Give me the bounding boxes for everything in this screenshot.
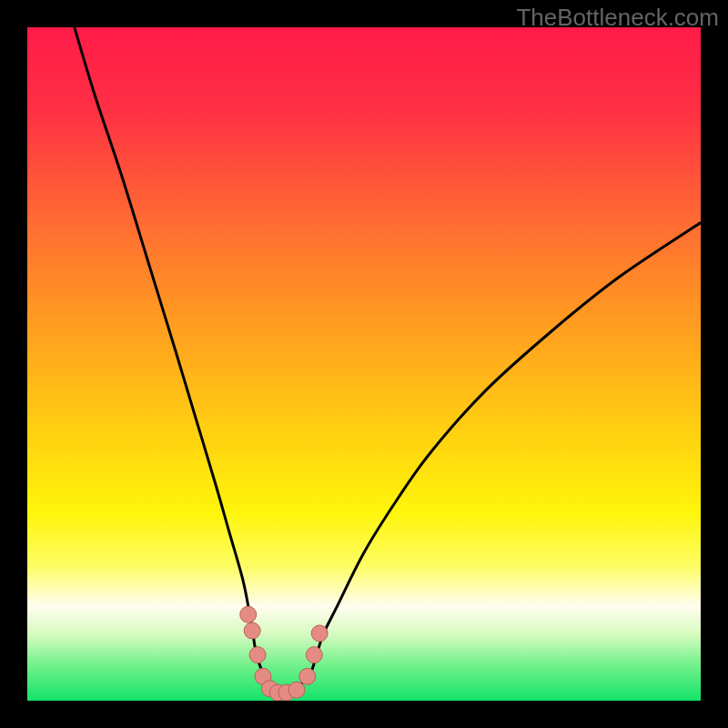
chart-frame: TheBottleneck.com bbox=[0, 0, 728, 728]
gradient-background bbox=[27, 27, 701, 701]
watermark-text: TheBottleneck.com bbox=[516, 4, 719, 32]
threshold-marker bbox=[288, 682, 305, 698]
bottleneck-chart bbox=[27, 27, 701, 701]
threshold-marker bbox=[244, 622, 260, 639]
threshold-marker bbox=[299, 668, 316, 684]
threshold-marker bbox=[240, 606, 257, 622]
threshold-marker bbox=[311, 625, 328, 642]
threshold-marker bbox=[249, 647, 266, 663]
threshold-marker bbox=[306, 647, 322, 663]
